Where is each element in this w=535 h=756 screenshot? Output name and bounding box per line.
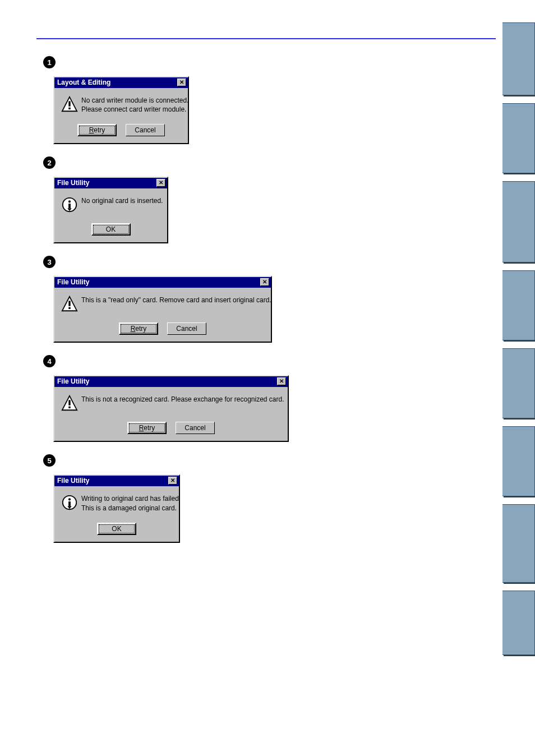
dialog-body: Writing to original card has failed.This… [54, 486, 179, 518]
warning-icon [61, 296, 78, 312]
message-row: No original card is inserted. [61, 196, 160, 213]
titlebar: File Utility✕ [54, 277, 271, 288]
dialog-title: File Utility [57, 278, 89, 286]
dialog: File Utility✕This is a "read only" card.… [53, 276, 272, 343]
message-text: This is a "read only" card. Remove card … [81, 296, 271, 305]
message-line: Please connect card writer module. [81, 105, 188, 114]
close-icon[interactable]: ✕ [277, 377, 286, 385]
side-tab[interactable] [502, 504, 535, 583]
side-tab[interactable] [502, 348, 535, 418]
retry-button[interactable]: Retry [77, 124, 117, 136]
numeral-row: 2 [36, 156, 496, 169]
cancel-button[interactable]: Cancel [176, 422, 215, 434]
titlebar: File Utility✕ [54, 376, 288, 387]
retry-button[interactable]: Retry [119, 322, 158, 335]
dialogs-container: 1Layout & Editing✕No card writer module … [36, 56, 496, 543]
button-row: OK [54, 518, 179, 542]
numeral-row: 5 [36, 454, 496, 467]
dialog: Layout & Editing✕No card writer module i… [53, 76, 189, 144]
numeral-row: 3 [36, 256, 496, 268]
side-tab[interactable] [502, 22, 535, 95]
dialog-icon-wrap [61, 196, 78, 213]
titlebar: Layout & Editing✕ [54, 77, 188, 88]
message-line: This is not a recognized card. Please ex… [81, 395, 284, 404]
numeral-bullet: 3 [43, 256, 56, 268]
numeral-bullet: 2 [43, 156, 56, 169]
button-row: OK [54, 219, 167, 242]
message-line: No card writer module is connected. [81, 96, 188, 105]
dialog-body: This is not a recognized card. Please ex… [54, 387, 288, 417]
message-line: No original card is inserted. [81, 196, 163, 205]
numeral-row: 4 [36, 355, 496, 367]
dialog-body: No original card is inserted. [54, 188, 167, 219]
side-tab[interactable] [502, 270, 535, 340]
dialog-icon-wrap [61, 96, 78, 113]
message-line: Writing to original card has failed. [81, 494, 181, 503]
message-row: Writing to original card has failed.This… [61, 494, 172, 512]
button-row: RetryCancel [54, 119, 188, 143]
side-tab[interactable] [502, 103, 535, 173]
dialog: File Utility✕This is not a recognized ca… [53, 375, 289, 442]
dialog-body: This is a "read only" card. Remove card … [54, 288, 271, 318]
message-text: No original card is inserted. [81, 196, 163, 205]
info-icon [61, 196, 78, 213]
dialog: File Utility✕Writing to original card ha… [53, 474, 180, 542]
close-icon[interactable]: ✕ [156, 179, 165, 187]
close-icon[interactable]: ✕ [260, 278, 269, 286]
dialog-title: Layout & Editing [57, 79, 110, 86]
dialog-title: File Utility [57, 377, 89, 385]
cancel-button[interactable]: Cancel [126, 124, 165, 136]
message-row: No card writer module is connected.Pleas… [61, 96, 181, 114]
dialog: File Utility✕No original card is inserte… [53, 177, 168, 243]
button-row: RetryCancel [54, 417, 288, 441]
numeral-bullet: 4 [43, 355, 56, 367]
message-line: This is a damaged original card. [81, 504, 181, 513]
side-tab[interactable] [502, 426, 535, 496]
titlebar: File Utility✕ [54, 476, 179, 486]
button-row: RetryCancel [54, 318, 271, 342]
side-tab[interactable] [502, 591, 535, 655]
numeral-bullet: 5 [43, 454, 56, 467]
close-icon[interactable]: ✕ [177, 79, 186, 86]
dialog-body: No card writer module is connected.Pleas… [54, 88, 188, 119]
side-tabs [502, 22, 535, 655]
message-line: This is a "read only" card. Remove card … [81, 296, 271, 305]
side-tab[interactable] [502, 181, 535, 262]
message-text: This is not a recognized card. Please ex… [81, 395, 284, 404]
message-text: Writing to original card has failed.This… [81, 494, 181, 512]
close-icon[interactable]: ✕ [168, 477, 177, 485]
message-row: This is not a recognized card. Please ex… [61, 395, 281, 412]
warning-icon [61, 395, 78, 412]
message-row: This is a "read only" card. Remove card … [61, 296, 264, 312]
message-text: No card writer module is connected.Pleas… [81, 96, 188, 114]
divider-top [36, 38, 496, 39]
dialog-icon-wrap [61, 296, 78, 312]
info-icon [61, 494, 78, 511]
cancel-button[interactable]: Cancel [167, 322, 206, 335]
dialog-icon-wrap [61, 494, 78, 511]
dialog-title: File Utility [57, 477, 89, 485]
numeral-bullet: 1 [43, 56, 56, 68]
dialog-title: File Utility [57, 179, 89, 187]
dialog-icon-wrap [61, 395, 78, 412]
page: 1Layout & Editing✕No card writer module … [0, 0, 535, 578]
titlebar: File Utility✕ [54, 178, 167, 188]
numeral-row: 1 [36, 56, 496, 68]
warning-icon [61, 96, 78, 113]
ok-button[interactable]: OK [91, 223, 131, 236]
ok-button[interactable]: OK [97, 523, 136, 535]
retry-button[interactable]: Retry [127, 422, 167, 434]
